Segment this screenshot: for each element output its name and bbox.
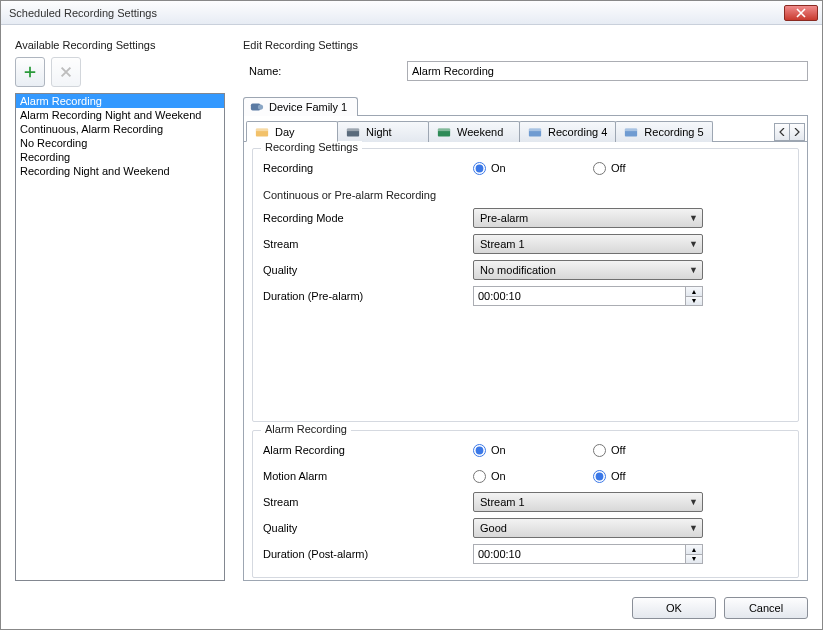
available-settings-title: Available Recording Settings — [15, 39, 225, 51]
duration-post-label: Duration (Post-alarm) — [263, 548, 473, 560]
list-item[interactable]: Alarm Recording Night and Weekend — [16, 108, 224, 122]
add-button[interactable] — [15, 57, 45, 87]
alarm-recording-on-option[interactable]: On — [473, 444, 593, 457]
duration-post-down[interactable]: ▼ — [686, 555, 702, 564]
chevron-down-icon: ▼ — [689, 265, 698, 275]
chevron-down-icon: ▼ — [689, 523, 698, 533]
quality-select[interactable]: No modification▼ — [473, 260, 703, 280]
recording-row: Recording On Off — [263, 155, 788, 181]
device-family-tab[interactable]: Device Family 1 — [243, 97, 358, 116]
duration-pre-label: Duration (Pre-alarm) — [263, 290, 473, 302]
svg-rect-11 — [625, 129, 637, 132]
chevron-down-icon: ▼ — [689, 497, 698, 507]
motion-alarm-off-radio[interactable] — [593, 470, 606, 483]
name-input[interactable] — [407, 61, 808, 81]
name-label: Name: — [249, 65, 407, 77]
recording-settings-fieldset: Recording Settings Recording On Off Cont… — [252, 148, 799, 422]
tabs-scroll-right[interactable] — [789, 123, 805, 141]
alarm-quality-select[interactable]: Good▼ — [473, 518, 703, 538]
content-area: Available Recording Settings Alarm Recor… — [1, 25, 822, 587]
duration-post-spinners: ▲▼ — [685, 544, 703, 564]
tab-icon — [624, 125, 638, 139]
duration-pre-spinners: ▲▼ — [685, 286, 703, 306]
recording-tab[interactable]: Night — [337, 121, 429, 142]
tabs-scroll-left[interactable] — [774, 123, 790, 141]
alarm-recording-label: Alarm Recording — [263, 444, 473, 456]
cross-icon — [59, 65, 73, 79]
dialog-footer: OK Cancel — [1, 587, 822, 629]
duration-pre-down[interactable]: ▼ — [686, 297, 702, 306]
duration-pre-up[interactable]: ▲ — [686, 287, 702, 297]
left-toolbar — [15, 57, 225, 87]
recording-on-option[interactable]: On — [473, 162, 593, 175]
duration-pre-field[interactable]: 00:00:10 ▲▼ — [473, 286, 703, 306]
duration-pre-value[interactable]: 00:00:10 — [473, 286, 685, 306]
recording-off-option[interactable]: Off — [593, 162, 713, 175]
cancel-button[interactable]: Cancel — [724, 597, 808, 619]
device-icon — [250, 100, 264, 114]
duration-post-field[interactable]: 00:00:10 ▲▼ — [473, 544, 703, 564]
edit-settings-title: Edit Recording Settings — [243, 39, 808, 51]
list-item[interactable]: Recording Night and Weekend — [16, 164, 224, 178]
chevron-down-icon: ▼ — [689, 239, 698, 249]
tab-icon — [255, 125, 269, 139]
recording-tab[interactable]: Recording 5 — [615, 121, 712, 142]
dialog-window: Scheduled Recording Settings Available R… — [0, 0, 823, 630]
delete-button[interactable] — [51, 57, 81, 87]
alarm-recording-row: Alarm Recording On Off — [263, 437, 788, 463]
list-item[interactable]: Recording — [16, 150, 224, 164]
list-item[interactable]: Continuous, Alarm Recording — [16, 122, 224, 136]
recording-radio-group: On Off — [473, 162, 713, 175]
alarm-quality-row: Quality Good▼ — [263, 515, 788, 541]
chevron-right-icon — [794, 128, 800, 136]
recording-tab[interactable]: Recording 4 — [519, 121, 616, 142]
alarm-recording-radio-group: On Off — [473, 444, 713, 457]
list-item[interactable]: Alarm Recording — [16, 94, 224, 108]
tab-icon — [528, 125, 542, 139]
plus-icon — [23, 65, 37, 79]
stream-label: Stream — [263, 238, 473, 250]
tab-icon — [346, 125, 360, 139]
alarm-recording-legend: Alarm Recording — [261, 423, 351, 435]
svg-rect-9 — [529, 129, 541, 132]
list-item[interactable]: No Recording — [16, 136, 224, 150]
recording-tab[interactable]: Weekend — [428, 121, 520, 142]
quality-row: Quality No modification▼ — [263, 257, 788, 283]
motion-alarm-on-radio[interactable] — [473, 470, 486, 483]
duration-post-value[interactable]: 00:00:10 — [473, 544, 685, 564]
recording-label: Recording — [263, 162, 473, 174]
recording-off-radio[interactable] — [593, 162, 606, 175]
alarm-stream-label: Stream — [263, 496, 473, 508]
device-tab-content: DayNightWeekendRecording 4Recording 5 Re… — [243, 115, 808, 581]
chevron-left-icon — [779, 128, 785, 136]
duration-post-up[interactable]: ▲ — [686, 545, 702, 555]
alarm-stream-row: Stream Stream 1▼ — [263, 489, 788, 515]
recording-on-radio[interactable] — [473, 162, 486, 175]
alarm-recording-off-option[interactable]: Off — [593, 444, 713, 457]
motion-alarm-row: Motion Alarm On Off — [263, 463, 788, 489]
right-pane: Edit Recording Settings Name: Device Fam… — [243, 39, 808, 581]
alarm-quality-label: Quality — [263, 522, 473, 534]
continuous-prealarm-heading: Continuous or Pre-alarm Recording — [263, 189, 788, 201]
alarm-recording-on-radio[interactable] — [473, 444, 486, 457]
window-title: Scheduled Recording Settings — [9, 7, 784, 19]
close-button[interactable] — [784, 5, 818, 21]
motion-alarm-off-option[interactable]: Off — [593, 470, 713, 483]
svg-point-1 — [258, 104, 263, 109]
tab-icon — [437, 125, 451, 139]
device-family-tab-label: Device Family 1 — [269, 101, 347, 113]
recording-tab[interactable]: Day — [246, 121, 338, 142]
motion-alarm-on-option[interactable]: On — [473, 470, 593, 483]
recording-mode-select[interactable]: Pre-alarm▼ — [473, 208, 703, 228]
stream-select[interactable]: Stream 1▼ — [473, 234, 703, 254]
titlebar: Scheduled Recording Settings — [1, 1, 822, 25]
device-tab-strip: Device Family 1 — [243, 93, 808, 115]
stream-row: Stream Stream 1▼ — [263, 231, 788, 257]
chevron-down-icon: ▼ — [689, 213, 698, 223]
alarm-recording-off-radio[interactable] — [593, 444, 606, 457]
ok-button[interactable]: OK — [632, 597, 716, 619]
duration-pre-row: Duration (Pre-alarm) 00:00:10 ▲▼ — [263, 283, 788, 309]
available-settings-list[interactable]: Alarm RecordingAlarm Recording Night and… — [15, 93, 225, 581]
recording-mode-row: Recording Mode Pre-alarm▼ — [263, 205, 788, 231]
alarm-stream-select[interactable]: Stream 1▼ — [473, 492, 703, 512]
